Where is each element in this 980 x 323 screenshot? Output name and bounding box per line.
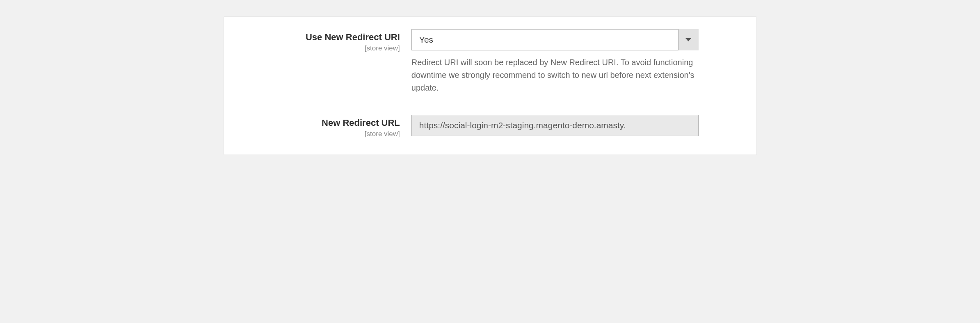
use-new-redirect-select[interactable] bbox=[411, 29, 699, 50]
field-label-col: Use New Redirect URI [store view] bbox=[244, 29, 411, 52]
field-control: Redirect URI will soon be replaced by Ne… bbox=[411, 29, 699, 94]
field-new-redirect-url: New Redirect URL [store view] bbox=[244, 115, 736, 138]
field-scope: [store view] bbox=[244, 44, 400, 52]
config-panel: Use New Redirect URI [store view] Redire… bbox=[224, 16, 757, 155]
field-label-col: New Redirect URL [store view] bbox=[244, 115, 411, 138]
field-scope: [store view] bbox=[244, 130, 400, 138]
field-help-text: Redirect URI will soon be replaced by Ne… bbox=[411, 56, 699, 94]
field-use-new-redirect-uri: Use New Redirect URI [store view] Redire… bbox=[244, 29, 736, 94]
field-label: Use New Redirect URI bbox=[244, 32, 400, 43]
new-redirect-url-input[interactable] bbox=[411, 115, 699, 136]
field-label: New Redirect URL bbox=[244, 117, 400, 129]
select-wrap bbox=[411, 29, 699, 50]
field-control bbox=[411, 115, 699, 136]
